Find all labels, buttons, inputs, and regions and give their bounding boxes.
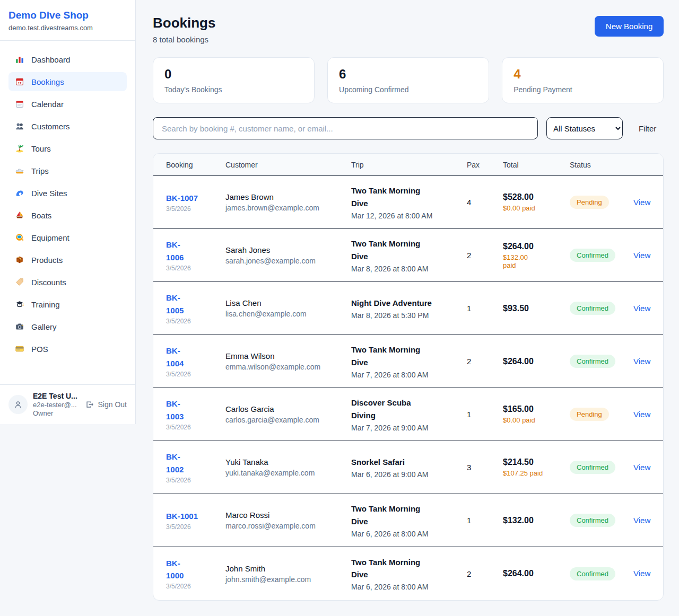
status-cell: Pending xyxy=(570,408,633,421)
sidebar-item-calendar[interactable]: Calendar xyxy=(8,94,127,113)
customer-email: john.smith@example.com xyxy=(225,575,351,584)
person-icon xyxy=(13,400,23,409)
sidebar-item-boats[interactable]: Boats xyxy=(8,206,127,225)
customer-email: james.brown@example.com xyxy=(225,204,351,212)
view-link[interactable]: View xyxy=(633,304,650,313)
status-badge: Confirmed xyxy=(570,302,615,315)
sidebar-item-bookings[interactable]: 17Bookings xyxy=(8,72,127,91)
total-amount: $132.00 xyxy=(503,516,570,525)
stat-value: 6 xyxy=(339,67,477,82)
status-badge: Confirmed xyxy=(570,249,615,262)
table-row: BK-10003/5/2026John Smithjohn.smith@exam… xyxy=(153,547,663,600)
view-link[interactable]: View xyxy=(633,463,650,472)
trips-icon xyxy=(15,166,24,175)
customer-email: yuki.tanaka@example.com xyxy=(225,469,351,477)
sidebar-item-equipment[interactable]: Equipment xyxy=(8,228,127,247)
trip-datetime: Mar 6, 2026 at 8:00 AM xyxy=(351,583,467,591)
sidebar-item-dive-sites[interactable]: Dive Sites xyxy=(8,183,127,203)
booking-link[interactable]: BK-1007 xyxy=(166,193,198,203)
status-select[interactable]: All Statuses xyxy=(546,117,623,139)
app: Demo Dive Shop demo.test.divestreams.com… xyxy=(0,0,679,616)
view-link[interactable]: View xyxy=(633,410,650,419)
customer-email: marco.rossi@example.com xyxy=(225,522,351,530)
pax-cell: 4 xyxy=(467,198,503,207)
booking-link[interactable]: BK-1000 xyxy=(166,559,184,580)
column-header: Trip xyxy=(351,161,467,169)
trip-name: Two Tank Morning Dive xyxy=(351,556,431,581)
booking-link[interactable]: BK-1006 xyxy=(166,240,184,261)
table-row: BK-10033/5/2026Carlos Garciacarlos.garci… xyxy=(153,388,663,441)
trip-cell: Discover Scuba DivingMar 7, 2026 at 9:00… xyxy=(351,397,467,432)
booking-link[interactable]: BK-1001 xyxy=(166,512,198,521)
new-booking-button[interactable]: New Booking xyxy=(595,16,664,37)
sidebar-item-gallery[interactable]: Gallery xyxy=(8,317,127,336)
view-cell: View xyxy=(633,251,650,260)
total-cell: $132.00 xyxy=(503,516,570,525)
view-cell: View xyxy=(633,516,650,525)
sidebar-item-dashboard[interactable]: Dashboard xyxy=(8,50,127,69)
view-cell: View xyxy=(633,463,650,472)
filter-button[interactable]: Filter xyxy=(631,124,664,133)
total-cell: $264.00$132.00 paid xyxy=(503,242,570,269)
booking-link[interactable]: BK-1002 xyxy=(166,452,184,473)
sidebar-item-trips[interactable]: Trips xyxy=(8,161,127,180)
booking-date: 3/5/2026 xyxy=(166,424,225,431)
customer-name: James Brown xyxy=(225,192,351,201)
status-cell: Confirmed xyxy=(570,514,633,527)
paid-amount: $132.00 paid xyxy=(503,253,536,269)
pax-cell: 2 xyxy=(467,251,503,260)
trip-cell: Snorkel SafariMar 6, 2026 at 9:00 AM xyxy=(351,456,467,479)
total-amount: $264.00 xyxy=(503,242,570,251)
dashboard-icon xyxy=(15,55,24,64)
view-link[interactable]: View xyxy=(633,251,650,260)
booking-link[interactable]: BK-1003 xyxy=(166,399,184,420)
trip-datetime: Mar 8, 2026 at 5:30 PM xyxy=(351,311,467,320)
stat-card: 6Upcoming Confirmed xyxy=(327,57,489,103)
view-link[interactable]: View xyxy=(633,516,650,525)
booking-link[interactable]: BK-1004 xyxy=(166,346,184,367)
trip-cell: Two Tank Morning DiveMar 8, 2026 at 8:00… xyxy=(351,237,467,273)
sidebar-item-label: Dive Sites xyxy=(31,189,67,198)
search-input[interactable] xyxy=(153,117,538,139)
main-content: Bookings 8 total bookings New Booking 0T… xyxy=(136,0,679,601)
trip-datetime: Mar 8, 2026 at 8:00 AM xyxy=(351,265,467,273)
sidebar-item-training[interactable]: Training xyxy=(8,295,127,314)
sidebar-item-pos[interactable]: POS xyxy=(8,339,127,358)
view-link[interactable]: View xyxy=(633,569,650,578)
booking-date: 3/5/2026 xyxy=(166,205,225,213)
table-row: BK-10023/5/2026Yuki Tanakayuki.tanaka@ex… xyxy=(153,441,663,494)
booking-cell: BK-10053/5/2026 xyxy=(166,292,225,325)
pax-cell: 2 xyxy=(467,569,503,578)
status-badge: Confirmed xyxy=(570,514,615,527)
sidebar-item-label: POS xyxy=(31,345,48,354)
user-email: e2e-tester@... xyxy=(33,401,80,409)
trip-name: Night Dive Adventure xyxy=(351,297,467,309)
customer-name: John Smith xyxy=(225,564,351,573)
sign-out-button[interactable]: Sign Out xyxy=(85,400,127,409)
trip-name: Two Tank Morning Dive xyxy=(351,237,431,262)
booking-cell: BK-10013/5/2026 xyxy=(166,510,225,531)
view-link[interactable]: View xyxy=(633,357,650,366)
trip-datetime: Mar 7, 2026 at 9:00 AM xyxy=(351,424,467,432)
customer-email: emma.wilson@example.com xyxy=(225,363,351,371)
customer-cell: John Smithjohn.smith@example.com xyxy=(225,564,351,584)
trip-datetime: Mar 6, 2026 at 9:00 AM xyxy=(351,470,467,479)
column-header: Status xyxy=(570,161,633,169)
total-amount: $165.00 xyxy=(503,404,570,414)
pax-cell: 1 xyxy=(467,516,503,525)
status-cell: Confirmed xyxy=(570,355,633,368)
sidebar-item-tours[interactable]: Tours xyxy=(8,139,127,158)
trip-name: Two Tank Morning Dive xyxy=(351,344,431,368)
sidebar-item-discounts[interactable]: Discounts xyxy=(8,272,127,292)
brand-name: Demo Dive Shop xyxy=(8,10,127,21)
sidebar-item-customers[interactable]: Customers xyxy=(8,117,127,136)
view-link[interactable]: View xyxy=(633,198,650,207)
sidebar: Demo Dive Shop demo.test.divestreams.com… xyxy=(0,0,136,424)
booking-link[interactable]: BK-1005 xyxy=(166,293,184,314)
sidebar-item-products[interactable]: Products xyxy=(8,250,127,269)
booking-cell: BK-10033/5/2026 xyxy=(166,398,225,431)
column-header: Customer xyxy=(225,161,351,169)
booking-date: 3/5/2026 xyxy=(166,477,225,484)
sidebar-item-label: Calendar xyxy=(31,100,64,109)
booking-cell: BK-10043/5/2026 xyxy=(166,345,225,378)
